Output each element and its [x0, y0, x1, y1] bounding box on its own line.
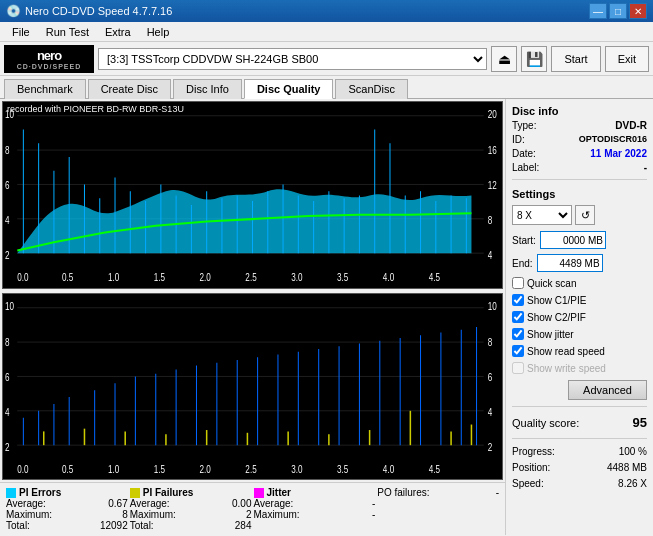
speed-row: 8 X ↺ — [512, 205, 647, 225]
svg-text:3.5: 3.5 — [337, 270, 348, 282]
drive-selector[interactable]: [3:3] TSSTcorp CDDVDW SH-224GB SB00 — [98, 48, 487, 70]
show-c1pie-checkbox[interactable] — [512, 294, 524, 306]
position-row: Position: 4488 MB — [512, 462, 647, 473]
svg-text:2: 2 — [5, 248, 10, 260]
svg-text:12: 12 — [488, 178, 497, 190]
title-bar-controls[interactable]: — □ ✕ — [589, 3, 647, 19]
menu-run-test[interactable]: Run Test — [38, 24, 97, 40]
jitter-avg: Average: - — [254, 498, 376, 509]
svg-text:2.5: 2.5 — [245, 270, 256, 282]
label-row: Label: - — [512, 162, 647, 173]
menu-file[interactable]: File — [4, 24, 38, 40]
svg-text:6: 6 — [5, 178, 10, 190]
tab-benchmark[interactable]: Benchmark — [4, 79, 86, 99]
id-label: ID: — [512, 134, 525, 145]
divider-3 — [512, 438, 647, 439]
svg-text:4.5: 4.5 — [429, 270, 440, 282]
show-read-speed-label: Show read speed — [527, 346, 605, 357]
show-jitter-row: Show jitter — [512, 328, 647, 340]
tab-scan-disc[interactable]: ScanDisc — [335, 79, 407, 99]
end-row: End: — [512, 254, 647, 272]
svg-text:2: 2 — [5, 440, 10, 452]
menu-bar: File Run Test Extra Help — [0, 22, 653, 42]
pi-failures-avg: Average: 0.00 — [130, 498, 252, 509]
exit-button[interactable]: Exit — [605, 46, 649, 72]
nero-product: CD·DVD/SPEED — [17, 63, 82, 70]
svg-text:0.0: 0.0 — [17, 270, 28, 282]
id-value: OPTODISCR016 — [579, 134, 647, 145]
label-label: Label: — [512, 162, 539, 173]
quick-scan-checkbox[interactable] — [512, 277, 524, 289]
close-button[interactable]: ✕ — [629, 3, 647, 19]
start-button[interactable]: Start — [551, 46, 600, 72]
svg-text:3.5: 3.5 — [337, 462, 348, 474]
quick-scan-label: Quick scan — [527, 278, 576, 289]
pie-chart: recorded with PIONEER BD-RW BDR-S13U 10 … — [2, 101, 503, 289]
svg-text:1.0: 1.0 — [108, 270, 119, 282]
type-value: DVD-R — [615, 120, 647, 131]
tab-bar: Benchmark Create Disc Disc Info Disc Qua… — [0, 76, 653, 99]
refresh-button[interactable]: ↺ — [575, 205, 595, 225]
menu-help[interactable]: Help — [139, 24, 178, 40]
maximize-button[interactable]: □ — [609, 3, 627, 19]
progress-row: Progress: 100 % — [512, 446, 647, 457]
end-label: End: — [512, 258, 533, 269]
show-read-speed-checkbox[interactable] — [512, 345, 524, 357]
po-failures-stats: PO failures: - — [377, 487, 499, 531]
quick-scan-row: Quick scan — [512, 277, 647, 289]
svg-text:0.0: 0.0 — [17, 462, 28, 474]
po-failures-row: PO failures: - — [377, 487, 499, 498]
label-value: - — [644, 162, 647, 173]
start-label: Start: — [512, 235, 536, 246]
svg-text:8: 8 — [5, 144, 10, 156]
chart-title: recorded with PIONEER BD-RW BDR-S13U — [7, 104, 184, 114]
svg-text:3.0: 3.0 — [291, 462, 302, 474]
menu-extra[interactable]: Extra — [97, 24, 139, 40]
progress-label: Progress: — [512, 446, 555, 457]
show-c2pif-label: Show C2/PIF — [527, 312, 586, 323]
svg-text:6: 6 — [488, 370, 493, 382]
start-input[interactable] — [540, 231, 606, 249]
pie-chart-svg: 10 8 6 4 2 20 16 12 8 4 — [3, 102, 502, 288]
title-bar: 💿 Nero CD-DVD Speed 4.7.7.16 — □ ✕ — [0, 0, 653, 22]
pi-errors-total: Total: 12092 — [6, 520, 128, 531]
end-input[interactable] — [537, 254, 603, 272]
speed-selector[interactable]: 8 X — [512, 205, 572, 225]
title-bar-left: 💿 Nero CD-DVD Speed 4.7.7.16 — [6, 4, 172, 18]
svg-text:0.5: 0.5 — [62, 270, 73, 282]
show-write-speed-row: Show write speed — [512, 362, 647, 374]
pi-errors-label: PI Errors — [6, 487, 128, 498]
quality-score-value: 95 — [633, 415, 647, 430]
tab-create-disc[interactable]: Create Disc — [88, 79, 171, 99]
svg-text:6: 6 — [5, 370, 10, 382]
svg-text:2: 2 — [488, 440, 493, 452]
pif-chart-svg: 10 8 6 4 2 10 8 6 4 2 — [3, 294, 502, 480]
start-row: Start: — [512, 231, 647, 249]
show-jitter-label: Show jitter — [527, 329, 574, 340]
svg-text:8: 8 — [488, 214, 493, 226]
settings-title: Settings — [512, 188, 647, 200]
jitter-color — [254, 488, 264, 498]
svg-text:8: 8 — [488, 335, 493, 347]
show-jitter-checkbox[interactable] — [512, 328, 524, 340]
advanced-button[interactable]: Advanced — [568, 380, 647, 400]
svg-text:4: 4 — [488, 248, 493, 260]
pi-errors-color — [6, 488, 16, 498]
minimize-button[interactable]: — — [589, 3, 607, 19]
divider-1 — [512, 179, 647, 180]
pi-failures-total: Total: 284 — [130, 520, 252, 531]
quality-score-label: Quality score: — [512, 417, 579, 429]
nero-brand: nero — [37, 48, 61, 63]
date-value: 11 Mar 2022 — [590, 148, 647, 159]
svg-text:1.0: 1.0 — [108, 462, 119, 474]
eject-button[interactable]: ⏏ — [491, 46, 517, 72]
divider-2 — [512, 406, 647, 407]
svg-rect-56 — [3, 294, 502, 480]
tab-disc-info[interactable]: Disc Info — [173, 79, 242, 99]
svg-text:2.5: 2.5 — [245, 462, 256, 474]
save-button[interactable]: 💾 — [521, 46, 547, 72]
right-panel: Disc info Type: DVD-R ID: OPTODISCR016 D… — [505, 99, 653, 535]
show-c2pif-checkbox[interactable] — [512, 311, 524, 323]
show-write-speed-checkbox[interactable] — [512, 362, 524, 374]
tab-disc-quality[interactable]: Disc Quality — [244, 79, 334, 99]
